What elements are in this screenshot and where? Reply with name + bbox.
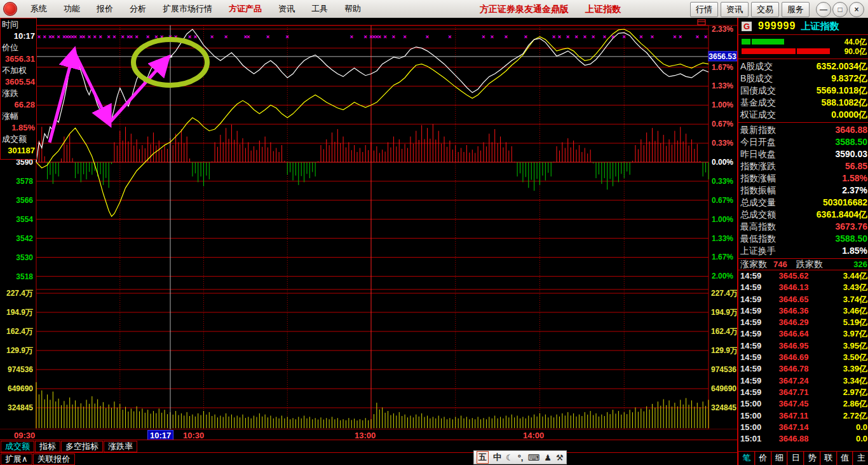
tick-row[interactable]: 14:593646.693.50亿 xyxy=(738,352,868,363)
settings-icon[interactable]: ⚒ xyxy=(556,453,564,462)
chinese-mode-icon[interactable]: 中 xyxy=(493,452,501,463)
punctuation-icon[interactable]: °, xyxy=(518,453,524,462)
view-button-细[interactable]: 细 xyxy=(771,452,788,465)
view-button-值[interactable]: 值 xyxy=(837,452,853,465)
tick-volume: 3.39亿 xyxy=(819,363,867,375)
svg-text:×: × xyxy=(51,34,55,40)
tick-row[interactable]: 15:003647.452.86亿 xyxy=(738,398,868,410)
tab-关联报价[interactable]: 关联报价 xyxy=(33,454,75,465)
stat-value: 1.85% xyxy=(842,245,867,257)
tab-扩展∧[interactable]: 扩展∧ xyxy=(1,454,32,465)
tab-成交额[interactable]: 成交额 xyxy=(1,441,34,452)
svg-text:1.33%: 1.33% xyxy=(712,234,733,243)
svg-text:0.33%: 0.33% xyxy=(712,139,733,148)
svg-text:×: × xyxy=(679,34,682,40)
quick-button-资讯[interactable]: 资讯 xyxy=(721,2,749,17)
menu-系统[interactable]: 系统 xyxy=(22,1,55,17)
menu-扩展市场行情[interactable]: 扩展市场行情 xyxy=(154,1,220,17)
menu-资讯[interactable]: 资讯 xyxy=(270,1,303,17)
quick-button-行情[interactable]: 行情 xyxy=(690,2,718,17)
sidebar-label-不加权: 不加权 xyxy=(1,64,36,77)
svg-text:×: × xyxy=(57,34,60,40)
svg-text:×: × xyxy=(673,34,676,40)
menu-分析[interactable]: 分析 xyxy=(121,1,154,17)
svg-text:×: × xyxy=(247,34,250,40)
view-button-日[interactable]: 日 xyxy=(787,452,804,465)
svg-text:×: × xyxy=(403,34,406,40)
menu-工具[interactable]: 工具 xyxy=(303,1,336,17)
menu-方证产品[interactable]: 方证产品 xyxy=(220,1,270,17)
tab-多空指标[interactable]: 多空指标 xyxy=(61,441,103,452)
indicator-tab-row: 成交额指标多空指标涨跌率 xyxy=(0,440,737,453)
minimize-button[interactable]: — xyxy=(816,2,831,17)
time-label-09:30: 09:30 xyxy=(14,431,35,440)
tick-row[interactable]: 15:003647.140.0 xyxy=(738,422,868,433)
ime-toolbar[interactable]: 五中☾°,⌨♟⚒ xyxy=(473,450,567,464)
view-button-主[interactable]: 主 xyxy=(853,452,868,465)
stat-value: 0.0000亿 xyxy=(831,109,867,121)
svg-text:324845: 324845 xyxy=(711,403,736,412)
view-button-笔[interactable]: 笔 xyxy=(738,452,755,465)
tick-row[interactable]: 14:593645.623.44亿 xyxy=(738,270,868,282)
stat-value: 56.85 xyxy=(845,160,867,172)
tick-price: 3646.65 xyxy=(768,294,819,305)
quick-button-服务[interactable]: 服务 xyxy=(782,2,810,17)
tab-指标[interactable]: 指标 xyxy=(35,441,60,452)
stat-row-总成交量: 总成交量503016682 xyxy=(738,197,868,209)
tick-row[interactable]: 15:003647.112.72亿 xyxy=(738,410,868,422)
window-controls: —□× xyxy=(816,2,864,17)
tick-price: 3646.69 xyxy=(768,352,819,363)
tick-row[interactable]: 14:593646.643.97亿 xyxy=(738,328,868,340)
decliners-value: 326 xyxy=(853,259,867,270)
tick-row[interactable]: 14:593647.712.97亿 xyxy=(738,387,868,398)
svg-text:324845: 324845 xyxy=(8,403,33,412)
tick-time: 14:59 xyxy=(740,282,768,293)
tick-row[interactable]: 14:593647.243.34亿 xyxy=(738,375,868,387)
svg-text:194.9万: 194.9万 xyxy=(711,308,737,317)
tick-row[interactable]: 15:013646.880.0 xyxy=(738,433,868,445)
tick-row[interactable]: 14:593646.783.39亿 xyxy=(738,363,868,375)
intraday-chart[interactable]: ××××××××××××××××××××××××××××××××××××××××… xyxy=(0,18,737,465)
stat-label: 指数振幅 xyxy=(740,184,776,197)
close-button[interactable]: × xyxy=(849,2,864,17)
tick-list[interactable]: 14:593645.623.44亿14:593646.133.43亿14:593… xyxy=(738,270,868,445)
tick-price: 3646.95 xyxy=(768,340,819,352)
view-button-联[interactable]: 联 xyxy=(820,452,837,465)
tick-volume: 3.50亿 xyxy=(819,352,867,363)
stat-row-最低指数: 最低指数3588.50 xyxy=(738,233,868,245)
svg-text:×: × xyxy=(448,34,451,40)
stat-label: B股成交 xyxy=(740,73,773,85)
tick-row[interactable]: 14:593646.953.95亿 xyxy=(738,340,868,352)
stock-header[interactable]: G 999999 上证指数 xyxy=(738,18,868,35)
stat-row-指数涨跌: 指数涨跌56.85 xyxy=(738,160,868,172)
tick-volume: 3.43亿 xyxy=(819,282,867,293)
svg-text:3554: 3554 xyxy=(16,215,33,224)
tick-row[interactable]: 14:593646.653.74亿 xyxy=(738,294,868,305)
founder-logo-icon xyxy=(3,2,17,16)
quick-button-交易[interactable]: 交易 xyxy=(751,2,779,17)
halfwidth-icon[interactable]: ☾ xyxy=(506,453,513,462)
user-dict-icon[interactable]: ♟ xyxy=(544,453,552,462)
view-button-势[interactable]: 势 xyxy=(804,452,820,465)
menu-帮助[interactable]: 帮助 xyxy=(336,1,369,17)
svg-text:×: × xyxy=(112,34,116,40)
stat-label: 指数涨幅 xyxy=(740,172,776,184)
tab-涨跌率[interactable]: 涨跌率 xyxy=(104,441,137,452)
tick-row[interactable]: 14:593646.363.46亿 xyxy=(738,305,868,317)
stat-row-指数涨幅: 指数涨幅1.58% xyxy=(738,172,868,184)
svg-text:3578: 3578 xyxy=(16,177,33,186)
tick-row[interactable]: 14:593646.295.19亿 xyxy=(738,317,868,328)
stat-label: 基金成交 xyxy=(740,97,776,109)
tick-volume: 5.19亿 xyxy=(819,317,867,328)
restore-button[interactable]: □ xyxy=(832,2,848,17)
softkeyboard-icon[interactable]: ⌨ xyxy=(527,453,539,462)
stat-value: 9.8372亿 xyxy=(831,73,867,85)
svg-text:0.67%: 0.67% xyxy=(712,120,733,128)
view-button-价[interactable]: 价 xyxy=(755,452,771,465)
tick-price: 3645.62 xyxy=(768,270,819,282)
tick-row[interactable]: 14:593646.133.43亿 xyxy=(738,282,868,293)
menu-功能[interactable]: 功能 xyxy=(55,1,88,17)
wubi-mode-icon[interactable]: 五 xyxy=(477,451,489,464)
app-subtitle: 上证指数 xyxy=(585,4,621,14)
menu-报价[interactable]: 报价 xyxy=(88,1,121,17)
